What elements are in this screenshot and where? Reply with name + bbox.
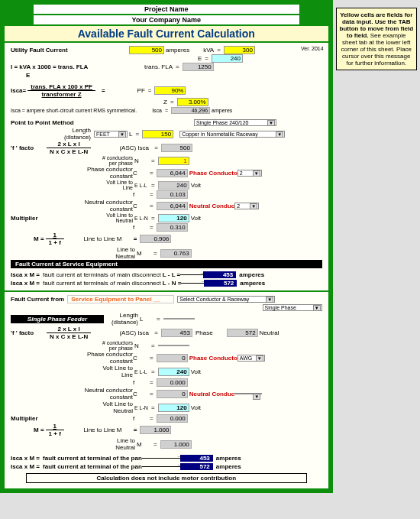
arrow-icon [180,274,203,275]
length-label: Length (distance) [57,127,92,141]
amp-2: amperes [240,280,265,287]
multiplier-label: Multiplier [11,215,99,222]
m-l2: M [137,250,150,257]
f1-value: 0.103 [157,190,188,199]
volt-2: Volt [191,215,201,222]
help-box: Yellow cells are fields for data input. … [336,8,417,70]
utility-fault-label: Utility Fault Current [11,47,129,54]
amp-4: amperes [216,463,241,470]
neutral-asc: 572 [227,329,258,337]
kva-label: kVA [203,47,214,54]
awg-dd-2[interactable] [234,393,262,394]
vln-value-2: 120 [158,404,189,412]
f-4: f [133,415,147,422]
res2-suffix: L - N = [163,280,182,287]
amp-label: amperes [212,108,232,113]
c-label-2: C [133,203,147,209]
phase-lbl: Phase [195,329,213,336]
cpp-input-2[interactable] [158,345,189,346]
volt-4: Volt [191,404,201,411]
e-value[interactable]: 240 [212,54,243,63]
project-name[interactable]: Project Name [34,5,299,14]
e-label: E [198,55,202,62]
green-wrap: Project Name Your Company Name Available… [0,0,333,493]
res4-text: fault current at terminal of the pan [43,463,142,470]
f2-value: 0.310 [157,223,188,232]
z-input[interactable]: 3.00% [177,98,208,106]
isca-value: 46,296 [171,107,210,114]
raceway-dropdown[interactable]: Copper in Nonmetallic Raceway [179,131,285,138]
isca-short: Isca [152,108,162,113]
res2-text: fault current at terminals of main disco… [43,280,161,287]
se-to-panel[interactable]: Service Equipment to Panel __ [67,295,174,303]
phase-dropdown[interactable]: Single Phase 240/120 [194,119,276,126]
length-input-2[interactable] [163,318,195,320]
neutral-lbl: Neutral [260,329,279,336]
phase-cond-dd[interactable]: 2 [237,170,262,177]
utility-fault-input[interactable]: 500 [129,46,164,54]
result2-ll: 453 [180,455,213,462]
tfla-label: trans. FLA [129,63,173,70]
f-label-1: f [133,191,147,198]
L2: L [140,316,153,323]
kva-input[interactable]: 300 [224,46,255,54]
neutral-cond-2: Neutral Conduc [189,391,235,397]
m2-value-2: 1.000 [160,440,192,449]
cpp-label-2: # conductors per phase [99,340,134,351]
res1-formula: Isca x M = [11,271,40,278]
asc-value-2: 453 [161,329,192,337]
unit-dropdown[interactable]: FEET [94,131,128,138]
neutral-cond-label: Neutral Conduc [189,203,235,209]
f-label-2: f [133,224,147,231]
f-factor: 'f ' facto [11,144,45,151]
company-name[interactable]: Your Company Name [34,15,299,24]
f1-value-2: 0.000 [157,378,188,387]
L-label: L [129,131,132,138]
cond-raceway-dd[interactable]: Select Conductor & Raceway [177,296,275,303]
formula-1: I = kVA x 1000 = trans. FLA [11,63,129,70]
asc-label-2: (ASC) [102,329,137,336]
eln-label: E L-N [134,216,148,221]
res4-formula: Isca x M = [11,463,40,470]
spf-header: Single Phase Feeder [11,315,104,323]
m-l1: M [117,235,131,242]
awg-dd[interactable]: AWG [237,355,265,362]
arrow-icon [142,466,180,467]
length-input[interactable]: 150 [142,130,173,138]
m-l4: M [137,441,150,448]
ncc-label-2: Neutral conductor constant [76,387,133,401]
pcc-value-2: 0 [157,354,188,362]
main-sheet: Project Name Your Company Name Available… [0,0,333,493]
panel-service: Ver. 2014 Utility Fault Current 500 ampe… [5,43,328,290]
vll-value: 240 [158,181,189,190]
vll-value-2: 240 [158,368,189,376]
pf-label: PF [137,87,145,94]
vln-value: 120 [158,214,189,222]
side-panel: Yellow cells are fields for data input. … [333,0,420,493]
ncc-value: 6,044 [157,202,188,210]
vln-label-2: Volt Line to Neutral [99,401,134,414]
f-factor-2: 'f ' facto [11,329,45,336]
ln-label: Line to Neutral [101,246,137,260]
c-label: C [133,170,147,177]
isca-i: Isca [137,144,151,151]
phase-dd-2[interactable]: Single Phase [263,304,322,311]
neutral-cond-dd[interactable]: 2 [234,203,259,209]
m1-value-2: 1.000 [140,426,171,434]
vll-label: Volt Line to Line [99,180,134,190]
pcc-label-2: Phase conductor constant [79,351,133,365]
f2-value-2: 0.000 [157,414,188,423]
eln-2: E L-N [134,405,148,410]
result-ln: 572 [204,280,237,287]
cpp-input[interactable]: 1 [158,157,189,165]
res1-suffix: L - L = [163,271,181,278]
arrow-icon [142,458,180,459]
c-label-3: C [133,355,147,362]
ln-2: Line to Neutral [101,437,137,451]
res3-formula: Isca x M = [11,455,40,462]
m-eq: M = [34,235,44,242]
m1-value: 0.906 [140,235,171,243]
tfla-value: 1250 [183,63,214,71]
ptp-label: Point to Point Method [11,119,194,126]
pf-input[interactable]: 90% [154,86,186,95]
